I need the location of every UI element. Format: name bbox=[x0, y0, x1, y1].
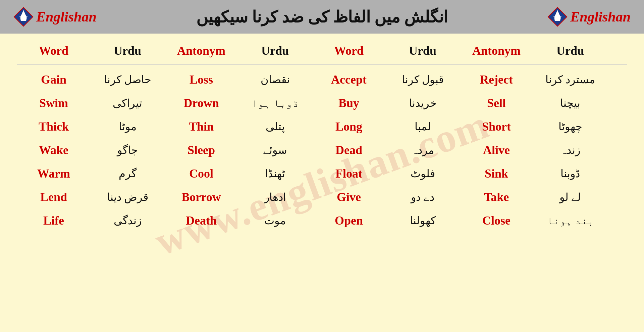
urdu-ant2-cell: بیچنا bbox=[533, 94, 607, 112]
urdu-ant2-cell: زندہ bbox=[533, 141, 607, 159]
col-header-antonym2: Antonym bbox=[460, 40, 533, 61]
col-header-word1: Word bbox=[17, 40, 91, 61]
page-header: Englishan انگلش میں الفاظ کی ضد کرنا سیک… bbox=[0, 0, 644, 34]
word2-cell: Accept bbox=[312, 70, 386, 89]
table-divider bbox=[17, 64, 627, 65]
ant1-cell: Drown bbox=[164, 93, 238, 113]
table-row: Lend قرض دینا Borrow ادھار Give دے دو Ta… bbox=[13, 187, 631, 207]
ant1-cell: Death bbox=[164, 211, 238, 230]
table-headers: Word Urdu Antonym Urdu Word Urdu Antonym… bbox=[13, 40, 631, 61]
urdu-ant1-cell: ادھار bbox=[238, 188, 312, 206]
header-title: انگلش میں الفاظ کی ضد کرنا سیکھیں bbox=[103, 7, 541, 26]
ant1-cell: Thin bbox=[164, 117, 238, 136]
table-body: Gain حاصل کرنا Loss نقصان Accept قبول کر… bbox=[13, 70, 631, 230]
urdu-ant1-cell: ٹھنڈا bbox=[238, 164, 312, 183]
vocabulary-table: Word Urdu Antonym Urdu Word Urdu Antonym… bbox=[13, 40, 631, 230]
logo-right-text: Englishan bbox=[570, 9, 631, 25]
urdu2-cell: خریدنا bbox=[386, 94, 460, 112]
logo-left-text: Englishan bbox=[36, 9, 97, 25]
col-header-urdu4: Urdu bbox=[533, 40, 607, 61]
word1-cell: Thick bbox=[17, 117, 91, 136]
logo-right-icon bbox=[547, 7, 568, 27]
main-content: www.englishan.com Word Urdu Antonym Urdu… bbox=[0, 34, 644, 332]
word1-cell: Wake bbox=[17, 140, 91, 160]
ant2-cell: Alive bbox=[460, 140, 533, 160]
urdu2-cell: قبول کرنا bbox=[386, 70, 460, 89]
ant1-cell: Sleep bbox=[164, 140, 238, 160]
word2-cell: Give bbox=[312, 187, 386, 207]
urdu-ant1-cell: نقصان bbox=[238, 70, 312, 89]
svg-marker-3 bbox=[19, 16, 28, 21]
ant2-cell: Close bbox=[460, 211, 533, 230]
word1-cell: Gain bbox=[17, 70, 91, 89]
ant1-cell: Loss bbox=[164, 70, 238, 89]
urdu-ant2-cell: چھوٹا bbox=[533, 117, 607, 136]
ant1-cell: Cool bbox=[164, 164, 238, 183]
urdu-ant2-cell: بند ہونا bbox=[533, 212, 607, 230]
urdu1-cell: جاگو bbox=[91, 141, 164, 159]
urdu2-cell: لمبا bbox=[386, 117, 460, 136]
urdu-ant1-cell: ڈوبا ہوا bbox=[238, 94, 312, 112]
word1-cell: Life bbox=[17, 211, 91, 230]
urdu-ant1-cell: پتلی bbox=[238, 117, 312, 136]
col-header-urdu1: Urdu bbox=[91, 40, 164, 61]
col-header-urdu2: Urdu bbox=[238, 40, 312, 61]
word2-cell: Buy bbox=[312, 93, 386, 113]
urdu2-cell: مردہ bbox=[386, 141, 460, 159]
urdu2-cell: فلوٹ bbox=[386, 164, 460, 183]
word2-cell: Float bbox=[312, 164, 386, 183]
ant2-cell: Sell bbox=[460, 93, 533, 113]
ant2-cell: Reject bbox=[460, 70, 533, 89]
urdu-ant2-cell: ڈوبنا bbox=[533, 164, 607, 183]
logo-right: Englishan bbox=[547, 7, 631, 27]
col-header-antonym1: Antonym bbox=[164, 40, 238, 61]
ant1-cell: Borrow bbox=[164, 187, 238, 207]
urdu1-cell: زندگی bbox=[91, 211, 164, 230]
logo-left: Englishan bbox=[13, 7, 97, 27]
urdu-ant1-cell: سوئے bbox=[238, 141, 312, 159]
urdu1-cell: تیراکی bbox=[91, 94, 164, 112]
table-row: Life زندگی Death موت Open کھولنا Close ب… bbox=[13, 211, 631, 230]
word1-cell: Warm bbox=[17, 164, 91, 183]
svg-marker-7 bbox=[553, 16, 561, 21]
table-row: Wake جاگو Sleep سوئے Dead مردہ Alive زند… bbox=[13, 140, 631, 160]
table-row: Swim تیراکی Drown ڈوبا ہوا Buy خریدنا Se… bbox=[13, 93, 631, 113]
ant2-cell: Take bbox=[460, 187, 533, 207]
urdu2-cell: کھولنا bbox=[386, 211, 460, 230]
urdu1-cell: موٹا bbox=[91, 117, 164, 136]
ant2-cell: Short bbox=[460, 117, 533, 136]
word2-cell: Long bbox=[312, 117, 386, 136]
col-header-urdu3: Urdu bbox=[386, 40, 460, 61]
table-row: Gain حاصل کرنا Loss نقصان Accept قبول کر… bbox=[13, 70, 631, 89]
urdu1-cell: قرض دینا bbox=[91, 188, 164, 206]
table-row: Thick موٹا Thin پتلی Long لمبا Short چھو… bbox=[13, 117, 631, 136]
ant2-cell: Sink bbox=[460, 164, 533, 183]
urdu1-cell: گرم bbox=[91, 164, 164, 183]
urdu1-cell: حاصل کرنا bbox=[91, 70, 164, 89]
urdu2-cell: دے دو bbox=[386, 188, 460, 206]
word2-cell: Dead bbox=[312, 140, 386, 160]
col-header-word2: Word bbox=[312, 40, 386, 61]
logo-left-icon bbox=[13, 7, 34, 27]
word1-cell: Swim bbox=[17, 93, 91, 113]
word1-cell: Lend bbox=[17, 187, 91, 207]
table-row: Warm گرم Cool ٹھنڈا Float فلوٹ Sink ڈوبن… bbox=[13, 164, 631, 183]
urdu-ant2-cell: مسترد کرنا bbox=[533, 70, 607, 89]
urdu-ant1-cell: موت bbox=[238, 211, 312, 230]
word2-cell: Open bbox=[312, 211, 386, 230]
urdu-ant2-cell: لے لو bbox=[533, 188, 607, 206]
